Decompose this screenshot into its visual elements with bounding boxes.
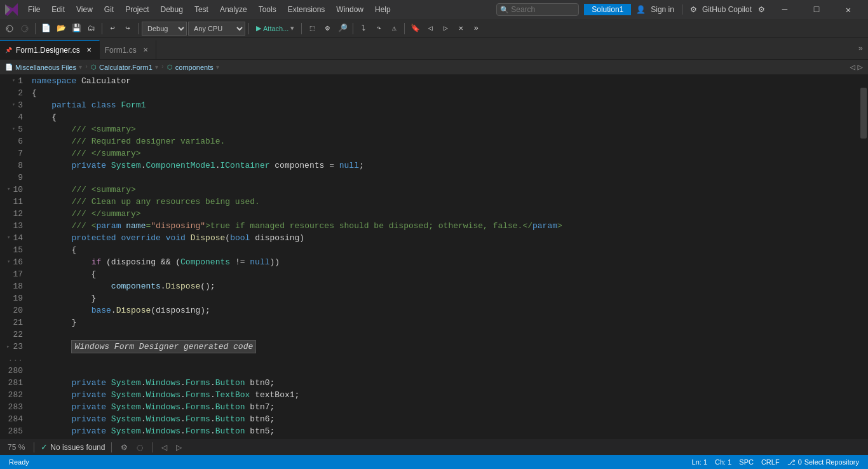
minimize-button[interactable]: ─: [770, 0, 799, 19]
menu-project[interactable]: Project: [120, 4, 154, 15]
collapse-3[interactable]: ▾: [12, 99, 15, 111]
toolbar-bookmark-next-button[interactable]: ▷: [438, 22, 452, 36]
menu-view[interactable]: View: [71, 4, 98, 15]
tab-form1-designer[interactable]: 📌 Form1.Designer.cs ✕: [0, 40, 100, 59]
breadcrumb-components-dropdown[interactable]: ▾: [216, 64, 219, 71]
menu-help[interactable]: Help: [370, 4, 396, 15]
github-copilot-label[interactable]: GitHub Copilot: [702, 5, 752, 14]
line-num-14: ▾14: [3, 232, 27, 244]
toolbar-open-button[interactable]: 📂: [54, 22, 68, 36]
bottom-nav-next[interactable]: ▷: [173, 443, 184, 452]
toolbar-step-into-button[interactable]: ⤵: [356, 22, 370, 36]
code-line-15: {: [32, 244, 850, 256]
line-num-4: 4: [3, 111, 27, 123]
code-line-282: private System.Windows.Forms.TextBox tex…: [32, 389, 850, 401]
menu-test[interactable]: Test: [189, 4, 214, 15]
collapse-14[interactable]: ▾: [7, 232, 10, 244]
scrollbar-thumb[interactable]: [860, 88, 867, 139]
breadcrumb-expand-left[interactable]: ◁: [850, 62, 855, 72]
collapse-1[interactable]: ▾: [12, 75, 15, 87]
breadcrumb-item-misc-files[interactable]: 📄 Miscellaneous Files ▾: [5, 64, 82, 71]
bottom-git-icon[interactable]: ⚙: [118, 443, 130, 452]
collapse-16[interactable]: ▾: [7, 256, 10, 268]
status-ln[interactable]: Ln: 1: [688, 455, 711, 469]
menu-analyze[interactable]: Analyze: [215, 4, 252, 15]
toolbar-back-button[interactable]: [3, 22, 17, 36]
tab-expand-button[interactable]: »: [853, 44, 868, 53]
menu-file[interactable]: File: [23, 4, 45, 15]
breadcrumb-item-components[interactable]: ⬡ components ▾: [167, 64, 219, 71]
close-button[interactable]: ✕: [834, 0, 863, 19]
menu-extensions[interactable]: Extensions: [283, 4, 330, 15]
toolbar-bookmark-prev-button[interactable]: ◁: [423, 22, 437, 36]
select-repo-label: Select Repository: [804, 458, 859, 466]
toolbar-save-button[interactable]: 💾: [69, 22, 83, 36]
tab-form1-designer-close[interactable]: ✕: [84, 45, 94, 55]
status-select-repo[interactable]: ⎇ 0 Select Repository: [783, 455, 863, 469]
toolbar-save-all-button[interactable]: 🗂: [85, 22, 98, 36]
breadcrumb-form1-dropdown[interactable]: ▾: [155, 64, 158, 71]
menu-debug[interactable]: Debug: [156, 4, 188, 15]
code-line-19: }: [32, 292, 850, 304]
app-logo: [5, 3, 18, 16]
collapse-23[interactable]: ▾: [3, 345, 15, 348]
code-line-6: /// Required designer variable.: [32, 135, 850, 147]
bottom-settings-icon[interactable]: ◌: [134, 443, 146, 452]
status-crlf[interactable]: CRLF: [757, 455, 783, 469]
status-bar: Ready Ln: 1 Ch: 1 SPC CRLF ⎇ 0 Select Re…: [0, 455, 868, 469]
status-ready[interactable]: Ready: [5, 455, 33, 469]
toolbar-breakpoints-button[interactable]: ⬚: [305, 22, 319, 36]
toolbar-more-button[interactable]: »: [469, 22, 483, 36]
toolbar-filter-button[interactable]: 🔎: [336, 22, 349, 36]
code-line-23: Windows Form Designer generated code: [32, 341, 850, 353]
toolbar-step-over-button[interactable]: ↷: [372, 22, 386, 36]
line-num-13: 13: [3, 220, 27, 232]
line-num-282: 282: [3, 389, 27, 401]
toolbar-redo-button[interactable]: ↪: [121, 22, 135, 36]
toolbar-forward-button[interactable]: [18, 22, 32, 36]
code-line-7: /// </summary>: [32, 147, 850, 160]
zoom-level[interactable]: 75 %: [5, 443, 27, 452]
bottom-nav-prev[interactable]: ◁: [159, 443, 170, 452]
breadcrumb-item-form1[interactable]: ⬡ Calculator.Form1 ▾: [91, 64, 158, 71]
toolbar-exception-button[interactable]: ⚠: [387, 22, 401, 36]
toolbar-sep-3: [138, 23, 139, 34]
code-line-2: {: [32, 87, 850, 99]
tab-form1[interactable]: Form1.cs ✕: [100, 40, 156, 59]
breadcrumb-misc-dropdown[interactable]: ▾: [79, 64, 82, 71]
bottom-sep-2: [111, 442, 112, 452]
menu-git[interactable]: Git: [99, 4, 119, 15]
toolbar-sep-2: [102, 23, 102, 34]
line-num-2: 2: [3, 87, 27, 99]
maximize-button[interactable]: □: [802, 0, 831, 19]
breadcrumb-sep-1: ›: [85, 64, 88, 71]
editor-scrollbar[interactable]: [859, 75, 868, 438]
code-line-12: /// </summary>: [32, 208, 850, 220]
toolbar-attach-button[interactable]: ▶ Attach... ▾: [252, 23, 298, 34]
tab-form1-close[interactable]: ✕: [140, 45, 151, 55]
menu-tools[interactable]: Tools: [254, 4, 281, 15]
toolbar-bookmark-clear-button[interactable]: ✕: [454, 22, 468, 36]
issues-indicator[interactable]: ✓ No issues found: [41, 442, 105, 452]
status-spc[interactable]: SPC: [735, 455, 757, 469]
line-num-11: 11: [3, 196, 27, 208]
toolbar-platform-dropdown[interactable]: Any CPU: [188, 22, 245, 36]
status-ch[interactable]: Ch: 1: [711, 455, 735, 469]
code-line-9: [32, 172, 850, 184]
menu-window[interactable]: Window: [331, 4, 369, 15]
solution-name[interactable]: Solution1: [584, 4, 631, 15]
toolbar-process-button[interactable]: ⚙: [320, 22, 334, 36]
code-line-16: if (disposing && (Components != null)): [32, 256, 850, 268]
toolbar-bookmark-button[interactable]: 🔖: [408, 22, 422, 36]
collapse-10[interactable]: ▾: [7, 184, 10, 196]
bottom-bar: 75 % ✓ No issues found ⚙ ◌ ◁ ▷: [0, 438, 868, 455]
breadcrumb-expand-right[interactable]: ▷: [858, 62, 863, 72]
code-editor[interactable]: namespace Calculator { partial class For…: [32, 75, 859, 438]
toolbar-new-file-button[interactable]: 📄: [39, 22, 53, 36]
toolbar-config-dropdown[interactable]: Debug Release: [142, 22, 187, 36]
menu-edit[interactable]: Edit: [46, 4, 70, 15]
git-branch-count: 0: [798, 458, 802, 466]
signin-label[interactable]: Sign in: [651, 5, 674, 14]
collapse-5[interactable]: ▾: [12, 123, 15, 135]
toolbar-undo-button[interactable]: ↩: [105, 22, 119, 36]
